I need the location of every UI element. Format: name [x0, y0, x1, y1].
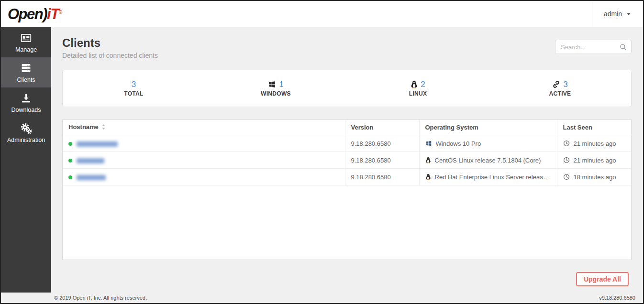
- linux-icon: [425, 157, 431, 164]
- table-row: 9.18.280.6580 Windows 10 Pro: [63, 135, 631, 152]
- footer-bar: © 2019 Open iT, Inc. All rights reserved…: [1, 293, 643, 303]
- hostname-link-redacted[interactable]: [77, 158, 104, 163]
- sidebar-item-label: Manage: [15, 46, 37, 53]
- hostname-cell: [63, 169, 345, 185]
- logo-text-it: iT: [47, 6, 59, 22]
- table-row: 9.18.280.6580 Red Hat Enterprise Linux S…: [63, 169, 631, 185]
- os-name: Windows 10 Pro: [436, 140, 481, 147]
- downloads-icon: [20, 92, 33, 105]
- logo-text-open: Open): [8, 6, 47, 22]
- clock-icon: [563, 157, 570, 163]
- sidebar-item[interactable]: Clients: [1, 57, 51, 87]
- os-name: CentOS Linux release 7.5.1804 (Core): [435, 157, 541, 164]
- manage-icon: [20, 32, 33, 44]
- top-header: Open)iT® admin: [1, 1, 643, 27]
- column-header-last-seen: Last Seen: [557, 120, 631, 135]
- app-version-text: v9.18.280.6580: [599, 295, 635, 301]
- table-row: 9.18.280.6580 CentOS Linux release 7.5.1…: [63, 152, 631, 169]
- os-cell: Red Hat Enterprise Linux Server release …: [419, 169, 557, 185]
- clock-icon: [563, 140, 570, 147]
- stat-label: LINUX: [409, 90, 427, 97]
- hostname-cell: [63, 135, 345, 152]
- column-header-os: Operating System: [419, 120, 557, 135]
- sidebar-item-label: Downloads: [11, 107, 41, 113]
- stat-value-row: 3: [132, 80, 136, 89]
- stat-item: 1 WINDOWS: [205, 80, 347, 97]
- stat-item: 3 ACTIVE: [489, 80, 631, 97]
- column-header-version: Version: [345, 120, 419, 135]
- windows-icon: [268, 80, 276, 88]
- openit-logo: Open)iT®: [1, 7, 62, 22]
- last-seen-cell: 21 minutes ago: [557, 135, 631, 152]
- clients-table: Hostname Version Operating System Last S…: [63, 120, 631, 185]
- sidebar-item[interactable]: Administration: [1, 118, 51, 148]
- table-header-row: Hostname Version Operating System Last S…: [63, 120, 631, 135]
- os-name: Red Hat Enterprise Linux Server release …: [435, 174, 551, 181]
- clients-table-card: Hostname Version Operating System Last S…: [62, 119, 632, 260]
- search-icon[interactable]: [619, 43, 627, 51]
- hostname-link-redacted[interactable]: [77, 141, 118, 147]
- clients-icon: [20, 62, 33, 75]
- page-subtitle: Detailed list of connected clients: [62, 52, 632, 59]
- stat-item: 3 TOTAL: [63, 80, 205, 97]
- sidebar-item[interactable]: Downloads: [1, 87, 51, 118]
- online-status-dot: [68, 142, 72, 146]
- body-row: Manage Clients: [1, 27, 643, 293]
- stat-value: 2: [421, 80, 425, 89]
- column-header-hostname[interactable]: Hostname: [63, 120, 345, 135]
- version-cell: 9.18.280.6580: [345, 135, 419, 152]
- chevron-down-icon: [627, 13, 631, 15]
- stat-label: WINDOWS: [261, 90, 291, 97]
- user-menu[interactable]: admin: [592, 1, 643, 27]
- os-cell: Windows 10 Pro: [419, 135, 557, 152]
- stat-value: 3: [563, 80, 567, 89]
- stat-label: TOTAL: [124, 90, 143, 97]
- last-seen-text: 21 minutes ago: [574, 157, 616, 164]
- linux-icon: [425, 174, 431, 181]
- sidebar-item[interactable]: Manage: [1, 27, 51, 57]
- last-seen-cell: 21 minutes ago: [557, 152, 631, 169]
- online-status-dot: [68, 159, 72, 163]
- sidebar-item-label: Administration: [7, 137, 45, 143]
- stat-value: 3: [132, 80, 136, 89]
- app-window: Open)iT® admin Manage: [0, 0, 644, 304]
- administration-icon: [20, 122, 33, 135]
- main-content: Clients Detailed list of connected clien…: [51, 27, 643, 293]
- link-icon: [552, 80, 560, 88]
- version-cell: 9.18.280.6580: [345, 152, 419, 169]
- registered-mark: ®: [59, 9, 62, 14]
- upgrade-all-button[interactable]: Upgrade All: [576, 272, 629, 286]
- copyright-text: © 2019 Open iT, Inc. All rights reserved…: [54, 295, 147, 301]
- linux-icon: [411, 80, 418, 89]
- version-cell: 9.18.280.6580: [345, 169, 419, 185]
- user-menu-label: admin: [604, 10, 622, 18]
- stats-summary-card: 3 TOTAL 1 WINDO: [62, 70, 632, 107]
- sort-icon[interactable]: [101, 124, 106, 131]
- sidebar-item-label: Clients: [17, 76, 35, 83]
- stat-value-row: 2: [411, 80, 425, 89]
- stat-label: ACTIVE: [549, 90, 571, 97]
- hostname-link-redacted[interactable]: [77, 175, 106, 180]
- last-seen-text: 21 minutes ago: [574, 140, 616, 147]
- os-cell: CentOS Linux release 7.5.1804 (Core): [419, 152, 557, 169]
- search-box[interactable]: [555, 40, 632, 54]
- stat-value-row: 3: [552, 80, 567, 89]
- sidebar-nav: Manage Clients: [1, 27, 51, 293]
- online-status-dot: [68, 175, 72, 179]
- hostname-cell: [63, 152, 345, 169]
- stat-value-row: 1: [268, 80, 283, 89]
- stat-value: 1: [279, 80, 283, 89]
- stat-item: 2 LINUX: [347, 80, 489, 97]
- clock-icon: [563, 174, 570, 180]
- last-seen-cell: 18 minutes ago: [557, 169, 631, 185]
- windows-icon: [425, 140, 432, 147]
- search-input[interactable]: [561, 43, 619, 51]
- last-seen-text: 18 minutes ago: [574, 174, 616, 181]
- page-title: Clients: [62, 36, 632, 50]
